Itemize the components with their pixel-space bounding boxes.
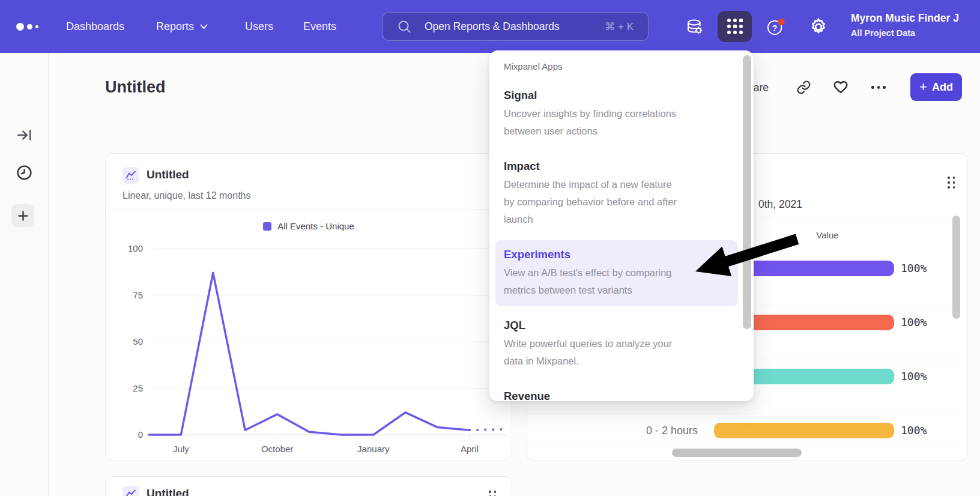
- search-placeholder: Open Reports & Dashboards: [425, 20, 560, 33]
- value-bar: [714, 423, 894, 438]
- mixpanel-dashboard-screen: Dashboards Reports Users Events Open Rep…: [0, 0, 980, 496]
- horizontal-scrollbar[interactable]: [672, 449, 802, 457]
- svg-text:50: 50: [133, 336, 143, 346]
- apps-menu-item-description: Uncover insights by finding correlations…: [504, 105, 730, 140]
- apps-menu-item-title: Impact: [504, 159, 730, 174]
- left-sidebar: [0, 53, 49, 496]
- recent-history-button[interactable]: [0, 165, 49, 181]
- notification-dot: [778, 19, 784, 25]
- apps-menu-item-description: View an A/B test's effect by comparing m…: [504, 264, 730, 299]
- search-icon: [398, 20, 411, 34]
- copy-link-button[interactable]: [796, 80, 811, 97]
- row-value: 100%: [901, 261, 927, 276]
- apps-menu-button[interactable]: [718, 11, 752, 42]
- chart-card-subtitle: Linear, unique, last 12 months: [122, 190, 250, 201]
- vertical-scrollbar[interactable]: [952, 216, 960, 319]
- line-chart-card: Untitled Linear, unique, last 12 months …: [105, 153, 512, 461]
- svg-text:25: 25: [133, 383, 143, 393]
- arrow-to-bar-icon: [16, 127, 33, 144]
- chart-legend: All Events - Unique: [106, 221, 512, 231]
- data-management-button[interactable]: [685, 17, 704, 37]
- nav-events[interactable]: Events: [303, 0, 336, 53]
- apps-menu-header: Mixpanel Apps: [504, 61, 732, 71]
- legend-label: All Events - Unique: [277, 221, 354, 231]
- chart-card-title[interactable]: Untitled: [147, 168, 189, 181]
- svg-text:75: 75: [133, 290, 143, 300]
- apps-grid-icon: [727, 19, 743, 34]
- favorite-button[interactable]: [832, 79, 849, 97]
- plus-icon: +: [919, 80, 927, 94]
- add-button[interactable]: + Add: [910, 73, 962, 101]
- nav-events-label: Events: [303, 20, 336, 33]
- apps-menu-item-title: Experiments: [504, 247, 730, 262]
- row-divider: [527, 441, 967, 441]
- help-question-icon: ?: [766, 17, 785, 37]
- legend-swatch: [263, 222, 271, 231]
- nav-dashboards[interactable]: Dashboards: [66, 0, 124, 53]
- svg-text:July: July: [173, 444, 189, 454]
- svg-text:?: ?: [772, 23, 778, 33]
- table-row: 0 - 2 hours100%: [527, 423, 967, 438]
- nav-users[interactable]: Users: [245, 0, 273, 53]
- apps-menu-item-impact[interactable]: ImpactDetermine the impact of a new feat…: [495, 152, 738, 235]
- apps-menu-item-revenue[interactable]: Revenue: [495, 382, 738, 401]
- svg-text:October: October: [261, 444, 293, 454]
- row-value: 100%: [901, 369, 927, 384]
- page-title: Untitled: [105, 78, 166, 97]
- global-search-input[interactable]: Open Reports & Dashboards ⌘ + K: [383, 12, 649, 41]
- second-chart-card: Untitled: [105, 476, 512, 496]
- svg-text:0: 0: [138, 429, 143, 440]
- row-value: 100%: [901, 423, 927, 438]
- svg-text:January: January: [357, 444, 390, 454]
- drag-handle-icon[interactable]: [489, 491, 496, 496]
- line-chart-type-icon: [122, 167, 139, 184]
- value-column-header: Value: [791, 230, 864, 240]
- settings-button[interactable]: [807, 16, 830, 38]
- date-range-label: 0th, 2021: [758, 198, 802, 211]
- apps-menu-item-signal[interactable]: SignalUncover insights by finding correl…: [495, 81, 738, 147]
- mixpanel-apps-popover: Mixpanel Apps SignalUncover insights by …: [489, 50, 754, 401]
- svg-text:April: April: [461, 444, 479, 454]
- mixpanel-logo-icon[interactable]: [16, 0, 38, 53]
- apps-menu-item-jql[interactable]: JQLWrite powerful queries to analyze you…: [495, 311, 738, 377]
- nav-reports[interactable]: Reports: [156, 0, 208, 53]
- user-name: Myron Music Finder J: [851, 12, 959, 25]
- add-board-button[interactable]: [11, 204, 34, 227]
- divider: [106, 210, 512, 210]
- top-nav: Dashboards Reports Users Events Open Rep…: [0, 0, 980, 53]
- row-value: 100%: [901, 315, 927, 330]
- heart-icon: [832, 79, 849, 94]
- add-button-label: Add: [932, 81, 953, 94]
- svg-text:100: 100: [128, 243, 143, 253]
- popover-scrollbar[interactable]: [743, 55, 751, 329]
- apps-menu-item-title: Revenue: [504, 389, 730, 401]
- nav-users-label: Users: [245, 20, 273, 33]
- apps-menu-item-title: Signal: [504, 88, 730, 103]
- clock-icon: [16, 165, 32, 181]
- apps-menu-item-description: Determine the impact of a new feature by…: [504, 176, 730, 228]
- more-options-button[interactable]: [871, 86, 886, 89]
- line-chart-type-icon: [122, 486, 139, 496]
- chart-card-title[interactable]: Untitled: [147, 487, 189, 496]
- plus-icon: [18, 211, 28, 221]
- database-gear-icon: [686, 18, 704, 36]
- apps-menu-item-title: JQL: [504, 318, 730, 333]
- drag-handle-icon[interactable]: [948, 177, 955, 189]
- project-name: All Project Data: [851, 28, 959, 38]
- user-project-menu[interactable]: Myron Music Finder J All Project Data: [851, 12, 959, 38]
- link-icon: [796, 80, 811, 95]
- gear-icon: [808, 17, 829, 37]
- expand-sidebar-button[interactable]: [0, 127, 49, 144]
- apps-menu-item-description: Write powerful queries to analyze your d…: [504, 335, 730, 370]
- apps-menu-item-experiments[interactable]: ExperimentsView an A/B test's effect by …: [495, 240, 738, 306]
- nav-reports-label: Reports: [156, 20, 194, 33]
- row-label: 0 - 2 hours: [646, 423, 698, 438]
- help-button[interactable]: ?: [766, 17, 785, 37]
- apps-menu-list: Mixpanel Apps SignalUncover insights by …: [489, 50, 754, 401]
- chevron-down-icon: [200, 24, 208, 29]
- search-shortcut: ⌘ + K: [605, 20, 634, 33]
- row-divider: [527, 414, 967, 414]
- nav-dashboards-label: Dashboards: [66, 20, 124, 33]
